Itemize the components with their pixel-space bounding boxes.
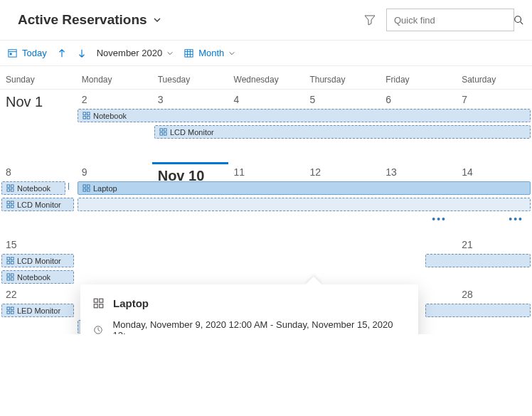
svg-rect-13 <box>11 185 14 188</box>
svg-rect-6 <box>83 116 86 119</box>
svg-rect-30 <box>7 277 10 280</box>
weekday-label: Friday <box>380 75 456 85</box>
chevron-down-icon <box>153 16 161 24</box>
svg-rect-34 <box>7 311 10 314</box>
page-header: Active Reservations <box>0 0 532 41</box>
svg-rect-27 <box>11 261 14 264</box>
calendar-row: 8 9 Nov 10 11 12 13 14 Notebook | Laptop… <box>0 162 532 235</box>
svg-rect-14 <box>7 188 10 191</box>
popover-daterange-row: Monday, November 9, 2020 12:00 AM - Sund… <box>93 319 405 334</box>
month-picker[interactable]: November 2020 <box>97 48 174 58</box>
svg-rect-23 <box>11 205 14 208</box>
event-laptop-selected[interactable]: Laptop <box>78 181 531 195</box>
month-label: November 2020 <box>97 48 163 58</box>
svg-rect-29 <box>11 274 14 277</box>
svg-rect-16 <box>83 185 86 188</box>
view-label: Month <box>198 48 224 58</box>
svg-rect-26 <box>7 261 10 264</box>
search-box[interactable] <box>386 9 514 31</box>
svg-rect-5 <box>87 112 90 115</box>
calendar-icon <box>7 48 18 58</box>
event-bar[interactable] <box>425 304 531 317</box>
prev-arrow-icon[interactable] <box>57 48 67 58</box>
calendar-cell[interactable]: Nov 1 <box>0 90 76 162</box>
svg-rect-2 <box>10 53 12 55</box>
svg-rect-20 <box>7 201 10 204</box>
calendar-cell[interactable] <box>304 235 380 284</box>
category-icon <box>93 298 105 309</box>
event-lcd[interactable]: LCD Monitor <box>154 125 531 139</box>
event-notebook[interactable]: Notebook <box>1 270 74 284</box>
today-label: Today <box>22 48 47 58</box>
more-events-icon[interactable]: ••• <box>509 213 523 225</box>
filter-icon[interactable] <box>364 14 376 26</box>
category-icon <box>6 184 14 192</box>
view-picker[interactable]: Month <box>183 48 235 58</box>
svg-rect-17 <box>87 185 90 188</box>
svg-rect-31 <box>11 277 14 280</box>
today-button[interactable]: Today <box>7 48 47 58</box>
event-lcd[interactable]: LCD Monitor <box>1 254 74 267</box>
svg-rect-11 <box>164 132 166 135</box>
calendar-cell[interactable] <box>76 235 152 284</box>
calendar-cell[interactable]: 2 <box>76 90 152 162</box>
svg-rect-15 <box>11 188 14 191</box>
svg-rect-8 <box>160 129 163 132</box>
popover-daterange: Monday, November 9, 2020 12:00 AM - Sund… <box>112 319 405 334</box>
view-title: Active Reservations <box>18 12 147 28</box>
svg-rect-41 <box>100 299 103 302</box>
weekday-label: Tuesday <box>152 75 228 85</box>
event-lcd[interactable]: LCD Monitor <box>1 198 74 211</box>
svg-rect-40 <box>94 299 97 302</box>
svg-point-0 <box>515 16 521 23</box>
svg-rect-35 <box>11 311 14 314</box>
event-bar[interactable] <box>425 254 531 267</box>
category-icon <box>83 184 90 192</box>
svg-rect-18 <box>83 188 86 191</box>
category-icon <box>6 273 14 281</box>
svg-rect-21 <box>11 201 14 204</box>
search-icon <box>514 15 523 25</box>
svg-rect-19 <box>87 188 90 191</box>
calendar-cell[interactable] <box>152 235 228 284</box>
event-continues-icon: | <box>68 181 70 190</box>
svg-rect-4 <box>83 112 86 115</box>
category-icon <box>159 128 167 136</box>
calendar-cell[interactable] <box>228 235 304 284</box>
event-notebook[interactable]: Notebook <box>1 181 65 195</box>
svg-rect-24 <box>7 257 10 260</box>
view-title-dropdown[interactable]: Active Reservations <box>18 12 161 28</box>
svg-rect-9 <box>164 129 166 132</box>
svg-rect-3 <box>185 50 193 57</box>
svg-rect-22 <box>7 205 10 208</box>
event-popover: Laptop Monday, November 9, 2020 12:00 AM… <box>80 284 418 334</box>
chevron-down-icon <box>228 50 235 57</box>
svg-rect-32 <box>7 307 10 310</box>
next-arrow-icon[interactable] <box>77 48 87 58</box>
svg-rect-28 <box>7 274 10 277</box>
popover-title-row: Laptop <box>93 297 405 309</box>
calendar-row: Nov 1 2 3 4 5 6 7 Notebook LCD Monitor <box>0 90 532 162</box>
svg-rect-42 <box>94 304 97 308</box>
event-bar[interactable] <box>78 198 531 211</box>
calendar-grid: Sunday Monday Tuesday Wednesday Thursday… <box>0 66 532 334</box>
calendar-toolbar: Today November 2020 Month <box>0 41 532 66</box>
category-icon <box>6 306 14 314</box>
more-events-icon[interactable]: ••• <box>432 213 447 225</box>
svg-rect-25 <box>11 257 14 260</box>
weekday-label: Sunday <box>0 75 76 85</box>
search-input[interactable] <box>394 15 514 26</box>
event-notebook[interactable]: Notebook <box>78 109 531 122</box>
weekday-label: Thursday <box>304 75 380 85</box>
event-led[interactable]: LED Monitor <box>1 304 74 317</box>
svg-rect-7 <box>87 116 90 119</box>
svg-rect-12 <box>7 185 10 188</box>
weekday-label: Saturday <box>456 75 532 85</box>
svg-rect-33 <box>11 307 14 310</box>
category-icon <box>6 201 14 208</box>
popover-title: Laptop <box>113 297 149 309</box>
weekday-header: Sunday Monday Tuesday Wednesday Thursday… <box>0 66 532 90</box>
category-icon <box>6 257 14 265</box>
svg-rect-10 <box>160 132 163 135</box>
svg-rect-43 <box>100 304 103 308</box>
